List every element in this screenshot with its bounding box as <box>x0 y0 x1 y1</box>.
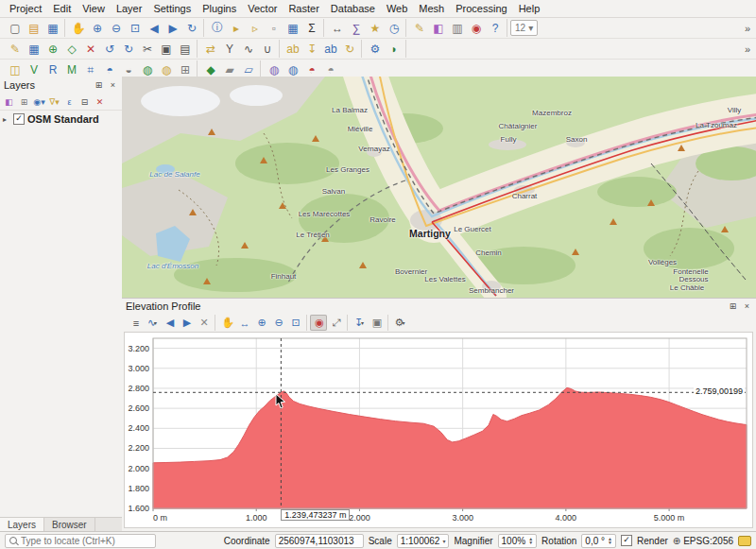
open-layer-styling-icon[interactable]: ◧ <box>2 94 16 109</box>
new-project-icon[interactable]: ▢ <box>5 19 24 37</box>
menu-project[interactable]: Project <box>4 2 47 15</box>
layout-manager-icon[interactable]: ▥ <box>447 19 466 37</box>
toolbar-overflow-icon[interactable]: » <box>741 43 754 55</box>
measure-line-icon[interactable]: ↔ <box>327 19 346 37</box>
export-image-icon[interactable]: ▣ <box>368 315 385 331</box>
field-calculator-icon[interactable]: Σ <box>301 19 320 37</box>
pan-map-icon[interactable]: ✋ <box>68 19 87 37</box>
menu-web[interactable]: Web <box>381 2 413 15</box>
messages-icon[interactable] <box>738 536 751 546</box>
delete-selected-icon[interactable]: ✕ <box>80 40 99 58</box>
nudge-right-icon[interactable]: ▶ <box>178 315 195 331</box>
zoom-full-profile-icon[interactable]: ⊡ <box>286 315 303 331</box>
menu-settings[interactable]: Settings <box>147 2 197 15</box>
zoom-out-profile-icon[interactable]: ⊖ <box>269 315 286 331</box>
snapping-icon[interactable]: ◉ <box>310 315 327 331</box>
close-icon[interactable]: × <box>742 301 752 311</box>
copy-features-icon[interactable]: ▣ <box>156 40 175 58</box>
show-layer-tree-icon[interactable]: ≡ <box>127 315 144 331</box>
toolbar-overflow-icon[interactable]: » <box>741 23 754 34</box>
temporal-controller-icon[interactable]: ◷ <box>384 19 403 37</box>
collapse-all-icon[interactable]: ⊟ <box>77 94 92 109</box>
menu-edit[interactable]: Edit <box>47 2 77 15</box>
vertex-tool-icon[interactable]: ◇ <box>61 40 80 58</box>
map-canvas[interactable]: MartignyFullyMazembrozChâtaignierCharrat… <box>122 77 756 298</box>
osm-search-icon[interactable]: ◉ <box>466 19 485 37</box>
toggle-editing-icon[interactable]: ✎ <box>5 40 24 58</box>
menu-layer[interactable]: Layer <box>111 2 148 15</box>
nudge-left-icon[interactable]: ◀ <box>161 315 178 331</box>
elevation-chart[interactable]: 1.6001.8002.0002.2002.4002.6002.8003.000… <box>124 332 753 528</box>
expander-icon[interactable]: ▸ <box>3 115 10 124</box>
pan-profile-icon[interactable]: ✋ <box>218 315 235 331</box>
layer-labeling-icon[interactable]: ab <box>283 40 301 58</box>
clear-icon[interactable]: ✕ <box>195 315 212 331</box>
statistical-summary-icon[interactable]: ∑ <box>346 19 365 37</box>
help-icon[interactable]: ? <box>485 19 504 37</box>
add-feature-icon[interactable]: ⊕ <box>43 40 61 58</box>
locate-input[interactable] <box>21 536 151 546</box>
toolbar-combo[interactable]: 12▾ <box>510 20 538 36</box>
remove-layer-icon[interactable]: ✕ <box>93 94 107 109</box>
zoom-x-axis-icon[interactable]: ↔ <box>235 315 252 331</box>
undock-icon[interactable]: ⊞ <box>94 80 104 90</box>
crs-status[interactable]: ⊕ EPSG:2056 <box>673 536 733 546</box>
menu-raster[interactable]: Raster <box>283 2 324 15</box>
scale-combo[interactable]: 1:100062▾ <box>397 534 450 548</box>
measure-profile-icon[interactable]: ⤢ <box>327 315 344 331</box>
menu-help[interactable]: Help <box>513 2 546 15</box>
locate-bar[interactable] <box>5 534 156 548</box>
menu-plugins[interactable]: Plugins <box>197 2 242 15</box>
undock-icon[interactable]: ⊞ <box>728 301 738 311</box>
select-by-expression-icon[interactable]: ▹ <box>245 19 264 37</box>
menu-vector[interactable]: Vector <box>242 2 283 15</box>
zoom-in-profile-icon[interactable]: ⊕ <box>252 315 269 331</box>
zoom-full-extent-icon[interactable]: ⊡ <box>125 19 144 37</box>
menu-database[interactable]: Database <box>325 2 381 15</box>
close-icon[interactable]: × <box>108 80 118 90</box>
zoom-in-icon[interactable]: ⊕ <box>87 19 106 37</box>
menu-processing[interactable]: Processing <box>450 2 512 15</box>
processing-toolbox-icon[interactable]: ⚙ <box>365 40 384 58</box>
save-project-icon[interactable]: ▦ <box>43 19 61 37</box>
capture-curve-icon[interactable]: ∿▾ <box>144 315 161 331</box>
save-layer-edits-icon[interactable]: ▦ <box>24 40 43 58</box>
undo-icon[interactable]: ↺ <box>99 40 118 58</box>
filter-by-expression-icon[interactable]: ε <box>62 94 77 109</box>
rotation-spinbox[interactable]: 0,0 °▲▼ <box>581 534 616 548</box>
render-checkbox[interactable]: ✓ <box>621 535 632 546</box>
deselect-all-icon[interactable]: ▫ <box>264 19 283 37</box>
open-attribute-table-icon[interactable]: ▦ <box>283 19 301 37</box>
cut-features-icon[interactable]: ✂ <box>137 40 156 58</box>
redo-icon[interactable]: ↻ <box>118 40 137 58</box>
elevation-chart-plot[interactable] <box>125 333 752 527</box>
layer-checkbox[interactable]: ✓ <box>13 113 25 125</box>
profile-settings-icon[interactable]: ⚙▾ <box>391 315 408 331</box>
paste-features-icon[interactable]: ▤ <box>175 40 194 58</box>
pin-labels-icon[interactable]: ↧ <box>301 40 320 58</box>
move-feature-icon[interactable]: ⇄ <box>200 40 219 58</box>
open-project-icon[interactable]: ▤ <box>24 19 43 37</box>
zoom-out-icon[interactable]: ⊖ <box>106 19 125 37</box>
split-features-icon[interactable]: Y <box>219 40 238 58</box>
zoom-next-icon[interactable]: ▶ <box>163 19 181 37</box>
menu-view[interactable]: View <box>77 2 111 15</box>
text-annotation-icon[interactable]: ✎ <box>409 19 428 37</box>
new-bookmark-icon[interactable]: ★ <box>365 19 384 37</box>
magnifier-spinbox[interactable]: 100%▲▼ <box>498 534 538 548</box>
select-features-icon[interactable]: ▸ <box>226 19 245 37</box>
menu-mesh[interactable]: Mesh <box>413 2 450 15</box>
highlight-labels-icon[interactable]: ab <box>320 40 339 58</box>
filter-legend-icon[interactable]: ∇▾ <box>47 94 61 109</box>
identify-features-icon[interactable]: ⓘ <box>207 19 226 37</box>
export-profile-icon[interactable]: ↧▾ <box>351 315 368 331</box>
coordinate-input[interactable]: 2560974,1103013 <box>275 534 364 548</box>
python-console-icon[interactable]: ◗ <box>384 40 403 58</box>
reshape-features-icon[interactable]: ∿ <box>238 40 257 58</box>
tab-layers[interactable]: Layers <box>0 518 44 532</box>
style-manager-icon[interactable]: ◧ <box>428 19 447 37</box>
manage-map-themes-icon[interactable]: ◉▾ <box>32 94 46 109</box>
refresh-map-icon[interactable]: ↻ <box>181 19 200 37</box>
merge-features-icon[interactable]: ∪ <box>257 40 276 58</box>
layer-item-osm-standard[interactable]: ▸ ✓ OSM Standard <box>0 111 122 127</box>
